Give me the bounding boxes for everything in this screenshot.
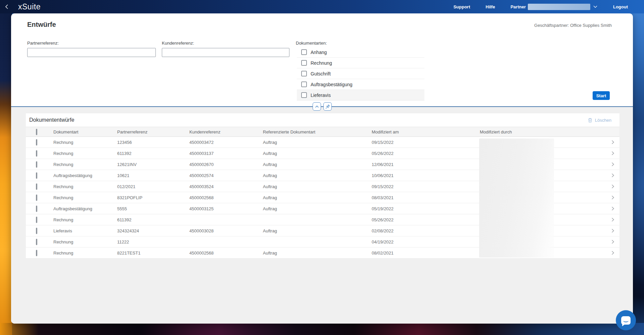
cell-partnerreferenz: 11222	[117, 236, 189, 247]
partner-select[interactable]: Partner	[510, 4, 598, 10]
cell-partnerreferenz: 8321POFLIP	[117, 192, 189, 203]
chevron-down-icon	[593, 5, 598, 8]
column-kundenreferenz: Kundenreferenz	[189, 127, 263, 137]
checkbox-lieferavis[interactable]	[301, 92, 307, 98]
cell-dokumentart: Auftragsbestätigung	[53, 170, 117, 181]
select-all-checkbox[interactable]	[36, 129, 37, 135]
row-checkbox[interactable]	[36, 250, 37, 256]
row-checkbox[interactable]	[36, 150, 37, 157]
doc-type-label: Anhang	[311, 50, 327, 55]
row-checkbox[interactable]	[36, 228, 37, 234]
cell-kundenreferenz: 4500002574	[189, 170, 263, 181]
partner-value-redacted	[528, 4, 590, 10]
chevron-right-icon[interactable]	[597, 217, 619, 222]
doc-type-option-anhang[interactable]: Anhang	[297, 47, 424, 58]
chevron-right-icon[interactable]	[597, 206, 619, 211]
customer-reference-input[interactable]	[162, 48, 289, 57]
doc-type-option-rechnung[interactable]: Rechnung	[297, 58, 424, 68]
cell-kundenreferenz: 4500002670	[189, 159, 263, 170]
cell-partnerreferenz: 012/2021	[117, 181, 189, 192]
cell-kundenreferenz: 4500003028	[189, 225, 263, 236]
collapse-filter-button[interactable]	[313, 102, 321, 111]
cell-partnerreferenz: 324324324	[117, 225, 189, 236]
row-checkbox[interactable]	[36, 206, 37, 212]
checkbox-rechnung[interactable]	[301, 60, 307, 66]
row-checkbox[interactable]	[36, 217, 37, 223]
table-header-row: Dokumentart Partnerreferenz Kundenrefere…	[26, 127, 619, 137]
chevron-right-icon[interactable]	[597, 250, 619, 256]
chevron-right-icon[interactable]	[597, 162, 619, 167]
row-checkbox[interactable]	[36, 194, 37, 201]
table-toolbar: Dokumententwürfe Löschen	[26, 113, 619, 127]
partner-reference-label: Partnerreferenz:	[27, 41, 59, 46]
doc-type-option-auftragsbestaetigung[interactable]: Auftragsbestätigung	[297, 79, 424, 90]
cell-dokumentart: Rechnung	[53, 192, 117, 203]
cell-kundenreferenz	[189, 214, 263, 225]
column-dokumentart: Dokumentart	[53, 127, 117, 137]
cell-ref-dokumentart: Auftrag	[263, 137, 372, 148]
chevron-right-icon[interactable]	[597, 139, 619, 145]
cell-dokumentart: Rechnung	[53, 236, 117, 247]
topbar-actions: Support Hilfe Partner Logout	[438, 4, 644, 10]
column-modifiziert-durch: Modifiziert durch	[480, 127, 597, 137]
row-checkbox[interactable]	[36, 139, 37, 146]
cell-modifiziert-am: 09/15/2022	[372, 181, 480, 192]
cell-ref-dokumentart: Auftrag	[263, 181, 372, 192]
checkbox-auftragsbestaetigung[interactable]	[301, 81, 307, 87]
cell-partnerreferenz: 611392	[117, 148, 189, 159]
background-photo-bottom	[0, 323, 644, 335]
chevron-right-icon[interactable]	[597, 173, 619, 178]
column-modifiziert-am: Modifiziert am	[372, 127, 480, 137]
background-photo-left-glow	[0, 0, 12, 335]
checkbox-anhang[interactable]	[301, 49, 307, 55]
cell-modifiziert-am: 09/15/2022	[372, 137, 480, 148]
support-link[interactable]: Support	[453, 4, 470, 9]
row-checkbox[interactable]	[36, 183, 37, 190]
doc-type-option-lieferavis[interactable]: Lieferavis	[297, 90, 424, 101]
row-checkbox[interactable]	[36, 172, 37, 179]
chevron-right-icon[interactable]	[597, 228, 619, 233]
row-checkbox[interactable]	[36, 239, 37, 245]
chevron-right-icon[interactable]	[597, 151, 619, 156]
back-icon	[5, 4, 9, 9]
pin-filter-button[interactable]	[323, 102, 332, 111]
doc-type-label: Lieferavis	[311, 93, 331, 98]
cell-kundenreferenz: 4500003125	[189, 203, 263, 214]
cell-dokumentart: Rechnung	[53, 181, 117, 192]
cell-ref-dokumentart: Auftrag	[263, 159, 372, 170]
cell-kundenreferenz: 4500003472	[189, 137, 263, 148]
document-types-label: Dokumentarten:	[296, 41, 327, 46]
cell-modifiziert-am: 08/02/2021	[372, 247, 480, 259]
cell-partnerreferenz: 8221TEST1	[117, 247, 189, 259]
chat-icon	[621, 316, 631, 325]
cell-partnerreferenz: 12621INV	[117, 159, 189, 170]
cell-kundenreferenz: 4500003524	[189, 181, 263, 192]
cell-modifiziert-am: 04/19/2022	[372, 236, 480, 247]
cell-modifiziert-am: 08/03/2021	[372, 192, 480, 203]
doc-type-label: Rechnung	[311, 60, 332, 66]
cell-ref-dokumentart	[263, 236, 372, 247]
chat-button[interactable]	[616, 310, 636, 330]
cell-modifiziert-am: 05/26/2022	[372, 214, 480, 225]
doc-type-label: Auftragsbestätigung	[311, 82, 353, 87]
row-checkbox[interactable]	[36, 161, 37, 168]
delete-button[interactable]: Löschen	[588, 118, 611, 123]
chevron-right-icon[interactable]	[597, 239, 619, 244]
cell-modifiziert-am: 12/06/2021	[372, 159, 480, 170]
logout-link[interactable]: Logout	[613, 4, 628, 9]
chevron-right-icon[interactable]	[597, 195, 619, 200]
cell-kundenreferenz: 4500002568	[189, 247, 263, 259]
cell-dokumentart: Auftragsbestätigung	[53, 203, 117, 214]
cell-dokumentart: Rechnung	[53, 214, 117, 225]
cell-partnerreferenz: 123456	[117, 137, 189, 148]
chevron-right-icon[interactable]	[597, 184, 619, 189]
cell-modifiziert-am: 05/19/2022	[372, 203, 480, 214]
help-link[interactable]: Hilfe	[486, 4, 495, 9]
document-type-list: Anhang Rechnung Gutschrift Auftragsbestä…	[297, 47, 424, 101]
customer-reference-label: Kundenreferenz:	[162, 41, 194, 46]
back-button[interactable]	[0, 0, 13, 13]
partner-reference-input[interactable]	[27, 48, 156, 57]
doc-type-option-gutschrift[interactable]: Gutschrift	[297, 68, 424, 79]
checkbox-gutschrift[interactable]	[301, 71, 307, 76]
start-button[interactable]: Start	[593, 91, 610, 100]
